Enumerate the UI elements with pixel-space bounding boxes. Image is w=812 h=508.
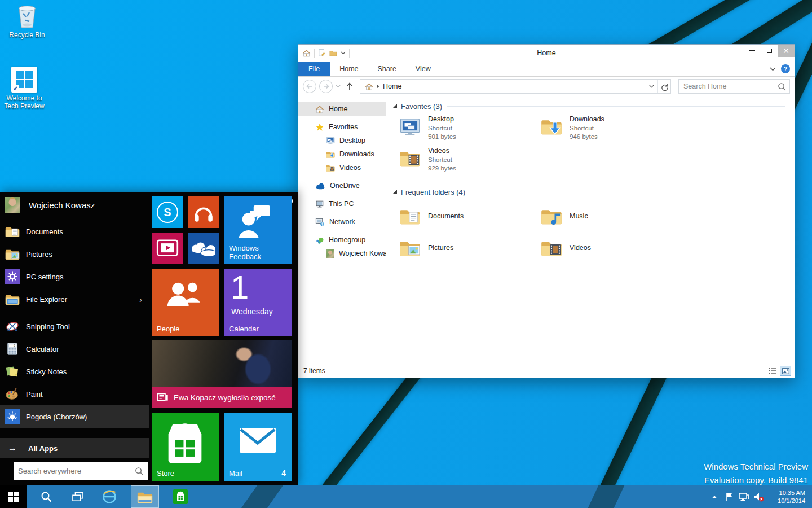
file-item-videos-shortcut[interactable]: Videos Shortcut 929 bytes (392, 146, 534, 178)
folder-item-music[interactable]: Music (534, 200, 676, 232)
tile-mail[interactable]: Mail 4 (224, 413, 292, 481)
start-button[interactable] (0, 485, 27, 508)
user-avatar[interactable] (5, 197, 20, 213)
folder-item-videos[interactable]: Videos (534, 232, 676, 264)
sidebar-item-home[interactable]: Home (298, 102, 386, 116)
address-dropdown-button[interactable] (645, 80, 657, 93)
group-header-frequent-folders[interactable]: Frequent folders (4) (392, 187, 795, 197)
news-banner: Ewa Kopacz wygłosiła exposé (152, 387, 292, 408)
taskbar-internet-explorer[interactable] (98, 485, 121, 508)
sidebar-item-onedrive[interactable]: OneDrive (298, 179, 386, 192)
speaker-muted-icon (753, 492, 764, 502)
music-folder-icon (541, 205, 562, 227)
window-controls: ✕ (744, 45, 795, 57)
start-item-paint[interactable]: Paint (0, 383, 149, 405)
recent-locations-icon[interactable] (336, 85, 341, 88)
network-icon[interactable] (736, 485, 751, 508)
forward-button[interactable] (319, 80, 333, 93)
details-view-button[interactable] (767, 366, 778, 376)
file-item-desktop[interactable]: Desktop Shortcut 501 bytes (392, 115, 534, 146)
maximize-button[interactable] (761, 45, 778, 57)
file-item-downloads[interactable]: Downloads Shortcut 946 bytes (534, 115, 676, 146)
welcome-label-line1: Welcome to (6, 94, 42, 102)
back-button[interactable] (303, 80, 316, 93)
tile-store[interactable]: Store (152, 413, 219, 481)
internet-explorer-icon (102, 489, 117, 505)
search-input[interactable] (679, 82, 778, 90)
folder-item-documents[interactable]: Documents (392, 200, 534, 232)
star-icon (315, 123, 324, 132)
desktop-icon-welcome[interactable]: Welcome toTech Preview (0, 67, 48, 110)
address-bar[interactable]: Home (360, 79, 671, 94)
minimize-button[interactable] (744, 45, 761, 57)
all-apps-button[interactable]: → All Apps (0, 438, 149, 458)
taskbar-store[interactable] (169, 485, 192, 508)
tile-windows-feedback[interactable]: Windows Feedback (224, 196, 292, 264)
folder-video-icon (326, 164, 335, 172)
file-explorer-icon (5, 293, 20, 305)
refresh-button[interactable] (657, 80, 670, 93)
tab-home[interactable]: Home (330, 62, 368, 76)
computer-icon (315, 200, 324, 208)
tray-time: 10:35 AM (766, 489, 805, 497)
sidebar-item-this-pc[interactable]: This PC (298, 197, 386, 211)
user-avatar (326, 249, 334, 258)
tile-music[interactable] (188, 196, 219, 228)
start-item-pc-settings[interactable]: PC settings (0, 265, 149, 288)
tab-view[interactable]: View (406, 62, 440, 76)
search-icon[interactable] (778, 82, 786, 91)
windows-logo-icon (8, 492, 19, 502)
start-item-pogoda[interactable]: Pogoda (Chorzów) (0, 405, 149, 428)
start-item-sticky-notes[interactable]: Sticky Notes (0, 360, 149, 383)
sidebar-item-network[interactable]: Network (298, 215, 386, 229)
desktop-icon-recycle-bin[interactable]: Recycle Bin (3, 3, 51, 39)
close-button[interactable]: ✕ (778, 45, 795, 57)
start-item-calculator[interactable]: 0 Calculator (0, 338, 149, 360)
tile-onedrive[interactable] (188, 233, 219, 264)
tray-expand-button[interactable] (707, 485, 722, 508)
start-search-box[interactable] (14, 462, 148, 480)
start-item-documents[interactable]: Documents (0, 220, 149, 243)
titlebar[interactable]: Home ✕ (298, 45, 795, 62)
tile-people[interactable]: People (152, 269, 219, 336)
tab-file[interactable]: File (298, 62, 330, 76)
user-name: Wojciech Kowasz (29, 200, 95, 210)
start-item-file-explorer[interactable]: File Explorer › (0, 288, 149, 310)
task-view-button[interactable] (67, 485, 89, 508)
breadcrumb-location[interactable]: Home (383, 82, 401, 90)
up-button[interactable] (346, 82, 354, 91)
group-header-favorites[interactable]: Favorites (3) (392, 101, 795, 111)
thumbnail-view-button[interactable] (780, 366, 791, 376)
ribbon-collapse-icon[interactable] (770, 67, 776, 71)
sidebar-item-downloads[interactable]: Downloads (298, 147, 386, 161)
taskbar-search-button[interactable] (35, 485, 58, 508)
tile-news[interactable]: Ewa Kopacz wygłosiła exposé (152, 340, 292, 408)
sidebar-item-desktop[interactable]: Desktop (298, 134, 386, 147)
documents-folder-icon (399, 205, 421, 227)
welcome-label-line2: Tech Preview (4, 102, 44, 110)
sidebar-item-videos[interactable]: Videos (298, 161, 386, 174)
desktop: Recycle Bin Welcome toTech Preview Windo… (0, 0, 812, 508)
start-item-pictures[interactable]: Pictures (0, 243, 149, 265)
sidebar-item-homegroup[interactable]: Homegroup (298, 233, 386, 247)
submenu-chevron-icon[interactable]: › (139, 295, 142, 304)
taskbar-file-explorer[interactable] (131, 485, 159, 508)
tile-video[interactable] (152, 233, 183, 264)
tile-skype[interactable]: S (152, 196, 183, 228)
item-count: 7 items (303, 367, 325, 375)
sidebar-item-user[interactable]: Wojciech Kowasz (298, 247, 386, 260)
sidebar-item-favorites[interactable]: Favorites (298, 120, 386, 134)
start-menu-user[interactable]: Wojciech Kowasz (5, 196, 144, 214)
action-center-icon[interactable] (722, 485, 736, 508)
onedrive-cloud-icon (315, 182, 325, 190)
homegroup-icon (315, 236, 324, 244)
tile-calendar[interactable]: 1 Wednesday Calendar (224, 269, 292, 336)
taskbar-clock[interactable]: 10:35 AM 10/1/2014 (766, 489, 812, 505)
search-box[interactable] (678, 79, 790, 94)
start-search-input[interactable] (14, 466, 135, 476)
folder-item-pictures[interactable]: Pictures (392, 232, 534, 264)
tab-share[interactable]: Share (368, 62, 406, 76)
help-icon[interactable]: ? (781, 64, 790, 73)
volume-icon[interactable] (751, 485, 766, 508)
start-item-snipping-tool[interactable]: Snipping Tool (0, 315, 149, 338)
